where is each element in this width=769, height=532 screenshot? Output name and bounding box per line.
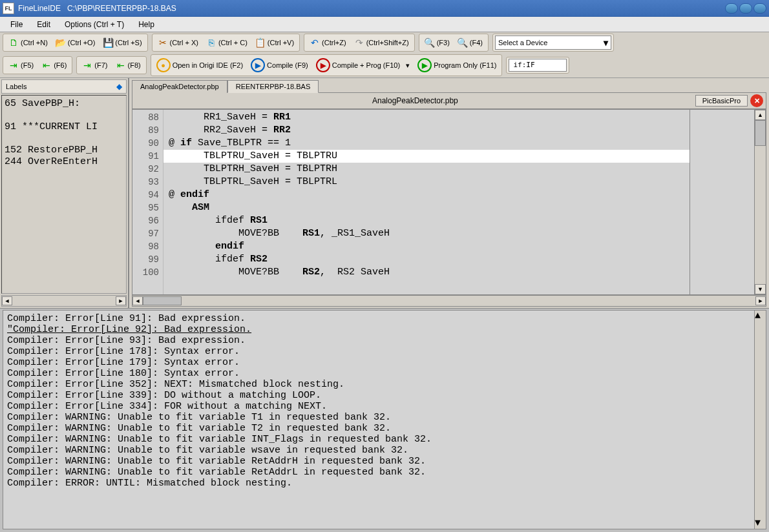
- comment-icon: ⇥: [82, 60, 92, 70]
- menu-help[interactable]: Help: [132, 18, 161, 31]
- open-button[interactable]: 📂(Ctrl +O): [52, 36, 98, 50]
- redo-icon: ↷: [354, 37, 364, 48]
- find-button[interactable]: 🔍(F3): [421, 36, 453, 50]
- code-line[interactable]: RR1_SaveH = RR1: [163, 111, 690, 124]
- scroll-down-icon[interactable]: ▼: [755, 518, 766, 529]
- compile-button[interactable]: ▶Compile (F9): [248, 56, 311, 74]
- menu-options[interactable]: Options (Ctrl + T): [58, 18, 131, 31]
- close-tab-button[interactable]: ✕: [750, 94, 763, 107]
- code-line[interactable]: @ if Save_TBLPTR == 1: [163, 137, 690, 150]
- output-vscroll[interactable]: ▲ ▼: [754, 311, 766, 529]
- output-line: Compiler: Error[Line 91]: Bad expression…: [7, 313, 762, 324]
- f8-button[interactable]: ⇤(F8): [112, 58, 144, 72]
- output-line: Compiler: Error[Line 339]: DO without a …: [7, 390, 762, 401]
- code-line[interactable]: ifdef RS1: [163, 214, 690, 227]
- code-line[interactable]: @ endif: [163, 189, 690, 201]
- program-only-button[interactable]: ▶Program Only (F11): [414, 56, 500, 74]
- output-line: Compiler: WARNING: Unable to fit variabl…: [7, 467, 762, 478]
- list-item[interactable]: 91 ***CURRENT LI: [5, 121, 123, 133]
- list-item[interactable]: 152 RestorePBP_H: [5, 145, 123, 156]
- uncomment-icon: ⇤: [116, 60, 126, 70]
- cut-button[interactable]: ✂(Ctrl + X): [154, 36, 202, 50]
- new-button[interactable]: 🗋(Ctrl +N): [5, 36, 51, 50]
- compile-icon: ▶: [251, 58, 265, 72]
- scroll-right-icon[interactable]: ►: [755, 296, 766, 305]
- tab-file-2[interactable]: REENTERPBP-18.BAS: [227, 80, 319, 93]
- scroll-left-icon[interactable]: ◄: [132, 296, 143, 305]
- output-line: "Compiler: Error[Line 92]: Bad expressio…: [7, 324, 762, 335]
- code-line[interactable]: ifdef RS2: [163, 253, 690, 266]
- copy-button[interactable]: ⎘(Ctrl + C): [203, 36, 251, 50]
- f6-button[interactable]: ⇤(F6): [38, 58, 70, 72]
- list-item[interactable]: [5, 133, 123, 145]
- output-line: Compiler: WARNING: Unable to fit variabl…: [7, 423, 762, 434]
- maximize-button[interactable]: [739, 3, 752, 14]
- scroll-down-icon[interactable]: ▼: [755, 284, 766, 294]
- tab-file-1[interactable]: AnalogPeakDetector.pbp: [132, 80, 227, 93]
- code-area[interactable]: 888990919293949596979899100 RR1_SaveH = …: [132, 109, 766, 295]
- paste-icon: 📋: [255, 37, 266, 48]
- save-button[interactable]: 💾(Ctrl +S): [100, 36, 145, 50]
- scroll-thumb[interactable]: [755, 120, 766, 146]
- window-controls: [725, 3, 766, 14]
- list-item[interactable]: 65 SavePBP_H:: [5, 98, 123, 110]
- code-line[interactable]: TBLPTRU_SaveH = TBLPTRU: [163, 150, 690, 163]
- list-item[interactable]: [5, 110, 123, 121]
- undo-button[interactable]: ↶(Ctrl+Z): [306, 36, 350, 50]
- right-margin: [690, 110, 754, 294]
- scroll-right-icon[interactable]: ►: [116, 296, 126, 305]
- hscroll-thumb[interactable]: [143, 296, 182, 305]
- scroll-up-icon[interactable]: ▲: [755, 110, 766, 120]
- compile-prog-button[interactable]: ▶Compile + Prog (F10) ▾: [313, 56, 414, 74]
- code-line[interactable]: ASM: [163, 201, 690, 214]
- close-button[interactable]: [753, 3, 766, 14]
- minimize-button[interactable]: [725, 3, 738, 14]
- editor-panel: AnalogPeakDetector.pbp REENTERPBP-18.BAS…: [129, 78, 769, 308]
- code-line[interactable]: MOVE?BB RS1, _RS1_SaveH: [163, 227, 690, 240]
- redo-button[interactable]: ↷(Ctrl+Shift+Z): [351, 36, 412, 50]
- paste-button[interactable]: 📋(Ctrl +V): [252, 36, 297, 50]
- output-line: Compiler: Error[Line 180]: Syntax error.: [7, 368, 762, 379]
- find-next-button[interactable]: 🔍(F4): [454, 36, 486, 50]
- program-icon: ▶: [417, 58, 432, 72]
- editor-hscroll[interactable]: ◄ ►: [132, 295, 766, 307]
- sidebar-hscroll[interactable]: ◄ ►: [1, 295, 127, 307]
- code-line[interactable]: TBLPTRL_SaveH = TBLPTRL: [163, 176, 690, 189]
- output-line: Compiler: Error[Line 352]: NEXT: Mismatc…: [7, 379, 762, 390]
- find-next-icon: 🔍: [458, 37, 468, 48]
- dropdown-arrow-icon[interactable]: ▾: [406, 61, 410, 70]
- list-item[interactable]: 244 OverReEnterH: [5, 156, 123, 168]
- app-title: FineLineIDE C:\PBP\REENTERPBP-18.BAS: [18, 4, 176, 13]
- filter-icon: ◆: [116, 82, 122, 91]
- output-line: Compiler: Error[Line 93]: Bad expression…: [7, 335, 762, 346]
- code-lines[interactable]: RR1_SaveH = RR1 RR2_SaveH = RR2@ if Save…: [163, 110, 690, 294]
- menu-edit[interactable]: Edit: [30, 18, 57, 31]
- code-line[interactable]: RR2_SaveH = RR2: [163, 124, 690, 137]
- if-display: if:IF: [509, 59, 567, 72]
- open-icon: 📂: [56, 37, 66, 48]
- code-line[interactable]: endif: [163, 240, 690, 253]
- open-ide-button[interactable]: ●Open in Origi IDE (F2): [153, 56, 246, 74]
- code-line[interactable]: TBLPTRH_SaveH = TBLPTRH: [163, 163, 690, 176]
- new-icon: 🗋: [8, 37, 19, 48]
- undo-icon: ↶: [310, 37, 320, 48]
- app-icon: FL: [3, 3, 14, 14]
- f5-button[interactable]: ⇥(F5): [5, 58, 37, 72]
- menubar: File Edit Options (Ctrl + T) Help: [0, 17, 769, 32]
- output-panel[interactable]: Compiler: Error[Line 91]: Bad expression…: [3, 310, 766, 529]
- scroll-left-icon[interactable]: ◄: [2, 296, 12, 305]
- editor-vscroll[interactable]: ▲ ▼: [754, 110, 766, 294]
- code-line[interactable]: MOVE?BB RS2, RS2 SaveH: [163, 266, 690, 279]
- scroll-up-icon[interactable]: ▲: [755, 311, 766, 322]
- language-button[interactable]: PicBasicPro: [695, 95, 748, 107]
- menu-file[interactable]: File: [4, 18, 29, 31]
- f7-button[interactable]: ⇥(F7): [79, 58, 111, 72]
- find-icon: 🔍: [425, 37, 435, 48]
- cut-icon: ✂: [158, 37, 168, 48]
- dropdown-icon: ▾: [604, 37, 608, 48]
- device-select[interactable]: Select a Device ▾: [495, 36, 611, 50]
- editor-header: AnalogPeakDetector.pbp PicBasicPro ✕: [132, 92, 766, 109]
- labels-list[interactable]: 65 SavePBP_H: 91 ***CURRENT LI 152 Resto…: [1, 95, 127, 294]
- indent-icon: ⇥: [8, 60, 19, 70]
- sidebar-header[interactable]: Labels ◆: [1, 79, 127, 94]
